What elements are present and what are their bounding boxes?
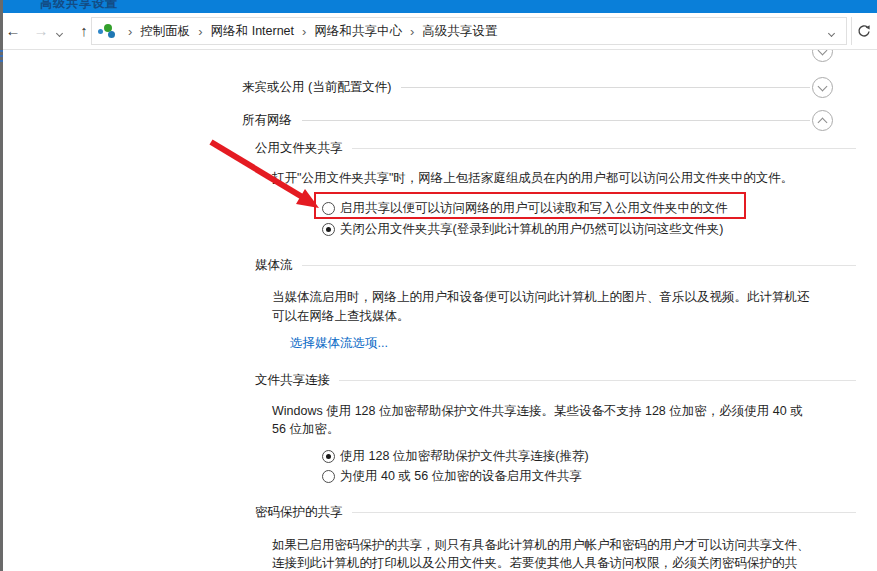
subsection-file-sharing-connections: 文件共享连接 (255, 372, 856, 389)
section-guest-or-public: 来宾或公用 (当前配置文件) (242, 77, 833, 98)
password-sharing-description-line2: 连接到此计算机的打印机以及公用文件夹。若要使其他人具备访问权限，必须关闭密码保护… (272, 555, 797, 571)
radio-option-enable-public-folder-sharing[interactable]: 启用共享以便可以访问网络的用户可以读取和写入公用文件夹中的文件 (322, 200, 728, 217)
radio-label[interactable]: 使用 128 位加密帮助保护文件共享连接(推荐) (340, 448, 589, 465)
window-title: 高级共享设置 (40, 0, 118, 12)
subsection-divider-line (302, 265, 857, 266)
background-window-artifact (0, 50, 3, 52)
subsection-divider-line (352, 148, 857, 149)
radio-option-disable-public-folder-sharing[interactable]: 关闭公用文件夹共享(登录到此计算机的用户仍然可以访问这些文件夹) (322, 221, 723, 238)
radio-button-unselected[interactable] (322, 470, 335, 483)
breadcrumb-separator-icon: › (128, 24, 132, 39)
refresh-icon (857, 24, 871, 38)
background-window-edge (0, 0, 3, 571)
media-streaming-description-line1: 当媒体流启用时，网络上的用户和设备便可以访问此计算机上的图片、音乐以及视频。此计… (272, 289, 810, 306)
network-icon (98, 23, 116, 39)
refresh-button[interactable] (851, 17, 875, 45)
subsection-divider-line (339, 380, 856, 381)
recent-locations-dropdown[interactable] (57, 25, 71, 39)
subsection-password-protected-sharing: 密码保护的共享 (255, 504, 856, 521)
breadcrumb-advanced-sharing-settings[interactable]: 高级共享设置 (422, 23, 497, 40)
breadcrumb-separator-icon: › (302, 24, 306, 39)
section-divider-line (302, 120, 810, 121)
subsection-divider-line (352, 512, 857, 513)
back-button[interactable]: ← (2, 20, 24, 42)
radio-option-128-bit-encryption[interactable]: 使用 128 位加密帮助保护文件共享连接(推荐) (322, 448, 589, 465)
choose-media-streaming-options-link[interactable]: 选择媒体流选项... (290, 335, 388, 352)
radio-button-unselected[interactable] (322, 202, 335, 215)
chevron-down-icon (827, 30, 834, 37)
public-folder-sharing-description: 打开"公用文件夹共享"时，网络上包括家庭组成员在内的用户都可以访问公用文件夹中的… (272, 170, 793, 187)
breadcrumb-network-sharing-center[interactable]: 网络和共享中心 (314, 23, 402, 40)
file-sharing-description-line2: 56 位加密。 (272, 421, 339, 438)
password-sharing-description-line1: 如果已启用密码保护的共享，则只有具备此计算机的用户帐户和密码的用户才可以访问共享… (272, 537, 810, 554)
settings-content: 来宾或公用 (当前配置文件) 所有网络 公用文件夹共享 打开"公用文件夹共享"时… (0, 50, 877, 571)
chevron-up-icon (818, 117, 828, 127)
radio-label[interactable]: 关闭公用文件夹共享(登录到此计算机的用户仍然可以访问这些文件夹) (340, 221, 723, 238)
subsection-title: 密码保护的共享 (255, 504, 343, 521)
radio-button-selected[interactable] (322, 450, 335, 463)
expand-toggle-guest-or-public[interactable] (812, 77, 833, 98)
window-title-bar[interactable]: 高级共享设置 (0, 0, 877, 13)
address-bar[interactable]: › 控制面板 › 网络和 Internet › 网络和共享中心 › 高级共享设置 (91, 17, 847, 45)
subsection-title: 媒体流 (255, 257, 293, 274)
background-window-artifact (0, 55, 3, 57)
radio-option-40-56-bit-encryption[interactable]: 为使用 40 或 56 位加密的设备启用文件共享 (322, 468, 582, 485)
breadcrumb-network-and-internet[interactable]: 网络和 Internet (211, 23, 294, 40)
subsection-public-folder-sharing: 公用文件夹共享 (255, 140, 856, 157)
section-all-networks: 所有网络 (242, 110, 833, 131)
chevron-down-icon (818, 81, 828, 91)
breadcrumb-separator-icon: › (198, 24, 202, 39)
navigation-bar: ← → ↑ › 控制面板 › 网络和 Internet › 网络和共享中心 › … (0, 13, 877, 50)
subsection-title: 公用文件夹共享 (255, 140, 343, 157)
subsection-title: 文件共享连接 (255, 372, 330, 389)
section-title: 所有网络 (242, 112, 292, 129)
background-window-artifact (0, 60, 3, 62)
section-title: 来宾或公用 (当前配置文件) (242, 79, 391, 96)
section-divider-line (401, 87, 810, 88)
collapse-toggle-all-networks[interactable] (812, 110, 833, 131)
radio-label[interactable]: 为使用 40 或 56 位加密的设备启用文件共享 (340, 468, 582, 485)
forward-button[interactable]: → (30, 20, 52, 42)
breadcrumb-separator-icon: › (410, 24, 414, 39)
radio-label[interactable]: 启用共享以便可以访问网络的用户可以读取和写入公用文件夹中的文件 (340, 200, 728, 217)
radio-button-selected[interactable] (322, 223, 335, 236)
advanced-sharing-settings-window: 高级共享设置 ← → ↑ › 控制面板 › 网络和 Internet › 网络和… (0, 0, 877, 571)
media-streaming-description-line2: 可以在网络上查找媒体。 (272, 308, 410, 325)
chevron-down-icon (56, 30, 63, 37)
address-dropdown-button[interactable] (822, 23, 840, 39)
file-sharing-description-line1: Windows 使用 128 位加密帮助保护文件共享连接。某些设备不支持 128… (272, 403, 803, 420)
breadcrumb-control-panel[interactable]: 控制面板 (140, 23, 190, 40)
subsection-media-streaming: 媒体流 (255, 257, 856, 274)
